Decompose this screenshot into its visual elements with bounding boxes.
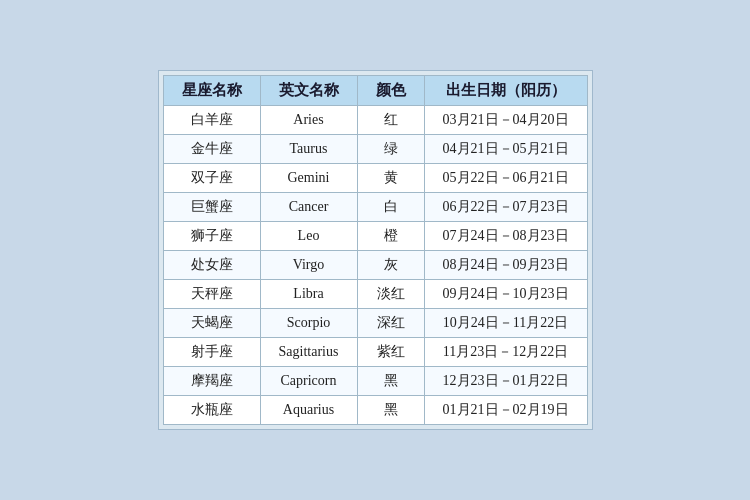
cell-color: 黄 [357, 164, 424, 193]
cell-chinese-name: 水瓶座 [163, 396, 260, 425]
cell-chinese-name: 天蝎座 [163, 309, 260, 338]
cell-english-name: Leo [260, 222, 357, 251]
cell-color: 淡红 [357, 280, 424, 309]
zodiac-table: 星座名称 英文名称 颜色 出生日期（阳历） 白羊座Aries红03月21日－04… [163, 75, 588, 425]
cell-chinese-name: 巨蟹座 [163, 193, 260, 222]
cell-english-name: Gemini [260, 164, 357, 193]
table-row: 水瓶座Aquarius黑01月21日－02月19日 [163, 396, 587, 425]
cell-color: 绿 [357, 135, 424, 164]
cell-color: 黑 [357, 396, 424, 425]
zodiac-table-wrapper: 星座名称 英文名称 颜色 出生日期（阳历） 白羊座Aries红03月21日－04… [158, 70, 593, 430]
cell-date: 07月24日－08月23日 [424, 222, 587, 251]
table-row: 巨蟹座Cancer白06月22日－07月23日 [163, 193, 587, 222]
cell-chinese-name: 天秤座 [163, 280, 260, 309]
cell-english-name: Scorpio [260, 309, 357, 338]
cell-date: 04月21日－05月21日 [424, 135, 587, 164]
cell-english-name: Sagittarius [260, 338, 357, 367]
cell-date: 05月22日－06月21日 [424, 164, 587, 193]
cell-color: 灰 [357, 251, 424, 280]
cell-color: 深红 [357, 309, 424, 338]
table-row: 狮子座Leo橙07月24日－08月23日 [163, 222, 587, 251]
table-header-row: 星座名称 英文名称 颜色 出生日期（阳历） [163, 76, 587, 106]
cell-color: 紫红 [357, 338, 424, 367]
table-row: 处女座Virgo灰08月24日－09月23日 [163, 251, 587, 280]
cell-date: 10月24日－11月22日 [424, 309, 587, 338]
cell-date: 03月21日－04月20日 [424, 106, 587, 135]
cell-chinese-name: 处女座 [163, 251, 260, 280]
cell-english-name: Capricorn [260, 367, 357, 396]
cell-chinese-name: 双子座 [163, 164, 260, 193]
cell-date: 01月21日－02月19日 [424, 396, 587, 425]
cell-chinese-name: 射手座 [163, 338, 260, 367]
col-header-english: 英文名称 [260, 76, 357, 106]
table-row: 双子座Gemini黄05月22日－06月21日 [163, 164, 587, 193]
cell-color: 黑 [357, 367, 424, 396]
cell-english-name: Libra [260, 280, 357, 309]
table-body: 白羊座Aries红03月21日－04月20日金牛座Taurus绿04月21日－0… [163, 106, 587, 425]
cell-english-name: Virgo [260, 251, 357, 280]
cell-date: 06月22日－07月23日 [424, 193, 587, 222]
col-header-date: 出生日期（阳历） [424, 76, 587, 106]
cell-chinese-name: 金牛座 [163, 135, 260, 164]
cell-chinese-name: 狮子座 [163, 222, 260, 251]
table-row: 金牛座Taurus绿04月21日－05月21日 [163, 135, 587, 164]
table-row: 天蝎座Scorpio深红10月24日－11月22日 [163, 309, 587, 338]
cell-english-name: Aries [260, 106, 357, 135]
cell-color: 橙 [357, 222, 424, 251]
col-header-color: 颜色 [357, 76, 424, 106]
table-row: 天秤座Libra淡红09月24日－10月23日 [163, 280, 587, 309]
cell-english-name: Cancer [260, 193, 357, 222]
cell-chinese-name: 摩羯座 [163, 367, 260, 396]
table-row: 射手座Sagittarius紫红11月23日－12月22日 [163, 338, 587, 367]
cell-date: 08月24日－09月23日 [424, 251, 587, 280]
col-header-chinese: 星座名称 [163, 76, 260, 106]
cell-color: 白 [357, 193, 424, 222]
cell-color: 红 [357, 106, 424, 135]
cell-date: 11月23日－12月22日 [424, 338, 587, 367]
cell-english-name: Taurus [260, 135, 357, 164]
table-row: 摩羯座Capricorn黑12月23日－01月22日 [163, 367, 587, 396]
cell-date: 09月24日－10月23日 [424, 280, 587, 309]
cell-date: 12月23日－01月22日 [424, 367, 587, 396]
table-row: 白羊座Aries红03月21日－04月20日 [163, 106, 587, 135]
cell-chinese-name: 白羊座 [163, 106, 260, 135]
cell-english-name: Aquarius [260, 396, 357, 425]
